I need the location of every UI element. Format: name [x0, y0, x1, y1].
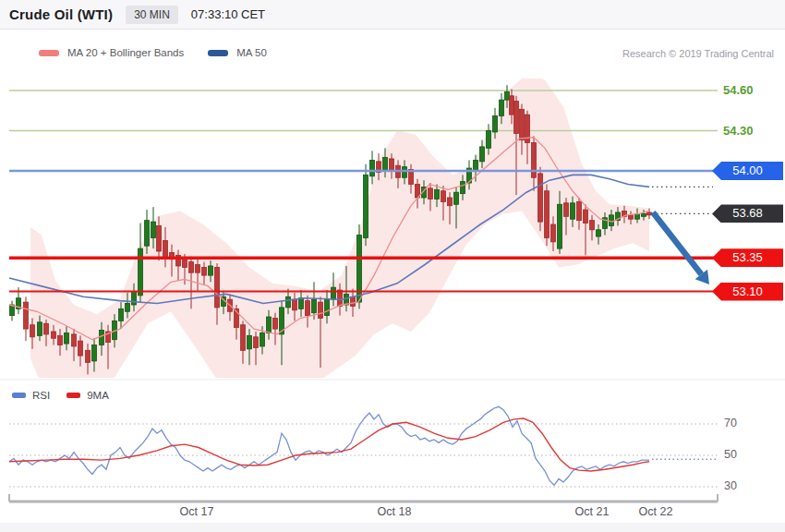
ma20-bollinger-swatch-icon: [39, 50, 59, 56]
forecast-arrow-shaft: [653, 212, 701, 274]
nine-ma-swatch-icon: [66, 393, 80, 398]
instrument-title: Crude Oil (WTI): [9, 6, 113, 22]
price-chart-canvas[interactable]: [0, 0, 785, 532]
research-copyright: Research © 2019 Trading Central: [622, 48, 774, 59]
ma50-swatch-icon: [208, 50, 228, 56]
bottom-strip: [0, 523, 785, 532]
nine-ma-label: 9MA: [87, 390, 109, 401]
rsi-9ma-line: [9, 418, 649, 471]
ma20-bollinger-label: MA 20 + Bollinger Bands: [67, 47, 184, 58]
main-chart-legend: MA 20 + Bollinger Bands MA 50: [39, 47, 291, 58]
rsi-line: [9, 406, 649, 485]
trading-chart-page: Crude Oil (WTI) 30 MIN 07:33:10 CET MA 2…: [0, 0, 785, 532]
rsi-label: RSI: [32, 390, 50, 401]
chart-header: Crude Oil (WTI) 30 MIN 07:33:10 CET: [0, 0, 785, 30]
bollinger-band-fill: [30, 75, 649, 417]
rsi-legend: RSI 9MA: [12, 390, 126, 401]
quote-time: 07:33:10 CET: [191, 7, 265, 21]
rsi-swatch-icon: [12, 393, 26, 398]
timeframe-badge[interactable]: 30 MIN: [126, 6, 178, 24]
ma50-label: MA 50: [236, 47, 267, 58]
